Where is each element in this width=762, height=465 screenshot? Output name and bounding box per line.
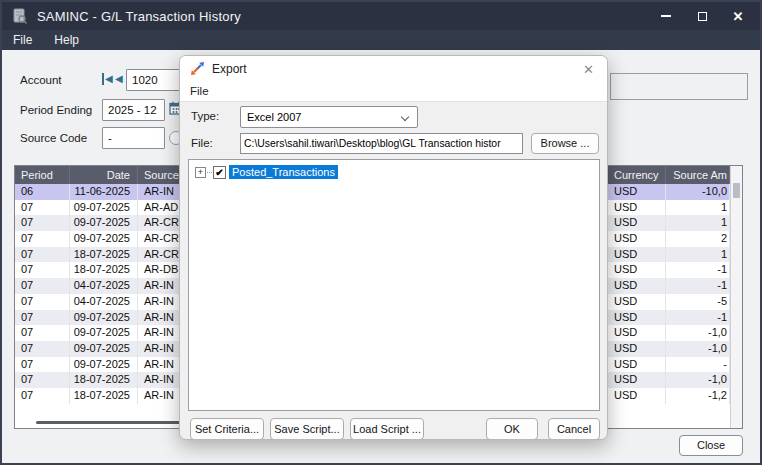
grid-cell: 09-07-2025 xyxy=(70,231,138,247)
source-code-field[interactable]: - xyxy=(102,127,165,149)
dialog-menubar: File xyxy=(180,81,607,102)
grid-cell: 18-07-2025 xyxy=(70,262,138,278)
set-criteria-button[interactable]: Set Criteria... xyxy=(190,418,264,440)
column-header-date[interactable]: Date xyxy=(70,166,138,184)
minimize-button[interactable] xyxy=(648,2,684,30)
export-icon xyxy=(190,61,205,76)
grid-cell: 09-07-2025 xyxy=(70,200,138,216)
grid-cell: 2 xyxy=(666,231,730,247)
grid-cell: USD xyxy=(608,310,666,326)
grid-cell: -1 xyxy=(666,310,730,326)
grid-cell: - xyxy=(666,357,730,373)
account-description-field xyxy=(610,73,748,100)
app-icon xyxy=(11,7,29,25)
export-type-select[interactable]: Excel 2007 xyxy=(240,106,418,128)
grid-cell: USD xyxy=(608,262,666,278)
nav-first-icon[interactable]: ◀ xyxy=(102,73,113,85)
grid-cell: 09-07-2025 xyxy=(70,215,138,231)
vertical-scrollbar[interactable] xyxy=(730,166,742,428)
cancel-button[interactable]: Cancel xyxy=(548,418,600,440)
grid-cell: 1 xyxy=(666,215,730,231)
grid-cell: 18-07-2025 xyxy=(70,388,138,404)
grid-cell: 1 xyxy=(666,247,730,263)
tree-node-row[interactable]: + ✔ Posted_Transactions xyxy=(195,165,338,179)
grid-cell: 09-07-2025 xyxy=(70,341,138,357)
grid-cell: 07 xyxy=(15,357,70,373)
grid-cell: 11-06-2025 xyxy=(70,184,138,200)
file-path-input[interactable]: C:\Users\sahil.tiwari\Desktop\blog\GL Tr… xyxy=(240,133,523,154)
export-dialog: Export ✕ File Type: Excel 2007 File: C:\… xyxy=(179,55,608,440)
grid-cell: 09-07-2025 xyxy=(70,357,138,373)
grid-cell: USD xyxy=(608,278,666,294)
file-label: File: xyxy=(191,137,213,149)
close-button[interactable]: Close xyxy=(679,435,743,456)
grid-cell: 09-07-2025 xyxy=(70,310,138,326)
account-field[interactable]: 1020 xyxy=(126,69,182,91)
save-script-button[interactable]: Save Script... xyxy=(270,418,344,440)
source-code-label: Source Code xyxy=(20,132,87,144)
grid-cell: 07 xyxy=(15,294,70,310)
grid-cell: -5 xyxy=(666,294,730,310)
grid-cell: USD xyxy=(608,215,666,231)
column-header-currency[interactable]: Currency xyxy=(608,166,666,184)
grid-cell: 07 xyxy=(15,310,70,326)
column-header-period[interactable]: Period xyxy=(15,166,70,184)
grid-cell: 07 xyxy=(15,388,70,404)
grid-cell: -1,0 xyxy=(666,325,730,341)
dialog-menu-file[interactable]: File xyxy=(180,85,219,97)
grid-cell: 07 xyxy=(15,278,70,294)
grid-cell: USD xyxy=(608,341,666,357)
type-label: Type: xyxy=(191,110,219,122)
grid-cell: USD xyxy=(608,247,666,263)
dialog-title: Export xyxy=(212,62,247,76)
grid-cell: 07 xyxy=(15,372,70,388)
grid-cell: 18-07-2025 xyxy=(70,247,138,263)
grid-cell: USD xyxy=(608,231,666,247)
grid-cell: USD xyxy=(608,388,666,404)
grid-cell: 07 xyxy=(15,325,70,341)
maximize-button[interactable] xyxy=(684,2,720,30)
grid-cell: -1 xyxy=(666,262,730,278)
dialog-close-icon[interactable]: ✕ xyxy=(583,62,594,77)
minimize-icon xyxy=(661,15,671,17)
grid-cell: USD xyxy=(608,184,666,200)
vertical-scrollbar-thumb[interactable] xyxy=(733,183,740,198)
chevron-down-icon xyxy=(401,113,409,121)
dialog-titlebar: Export ✕ xyxy=(180,56,607,81)
main-menubar: File Help xyxy=(2,30,760,50)
grid-cell: 18-07-2025 xyxy=(70,372,138,388)
grid-cell: USD xyxy=(608,200,666,216)
nav-prev-icon[interactable]: ◀ xyxy=(115,73,123,85)
grid-cell: 09-07-2025 xyxy=(70,325,138,341)
close-window-button[interactable]: ✕ xyxy=(720,2,756,30)
expand-icon[interactable]: + xyxy=(195,167,206,178)
period-ending-field[interactable]: 2025 - 12 xyxy=(102,99,165,121)
grid-cell: 07 xyxy=(15,215,70,231)
grid-cell: -1,0 xyxy=(666,341,730,357)
app-window: SAMINC - G/L Transaction History ✕ File … xyxy=(0,0,762,465)
browse-button[interactable]: Browse ... xyxy=(531,133,599,154)
grid-cell: 07 xyxy=(15,247,70,263)
grid-cell: USD xyxy=(608,325,666,341)
menu-help[interactable]: Help xyxy=(43,30,90,50)
grid-cell: USD xyxy=(608,294,666,310)
menu-file[interactable]: File xyxy=(2,30,43,50)
grid-cell: 06 xyxy=(15,184,70,200)
node-checkbox[interactable]: ✔ xyxy=(213,166,226,179)
load-script-button[interactable]: Load Script ... xyxy=(350,418,424,440)
grid-cell: USD xyxy=(608,357,666,373)
grid-cell: -1 xyxy=(666,278,730,294)
tree-connector xyxy=(207,172,212,173)
account-label: Account xyxy=(20,74,62,86)
grid-cell: -1,0 xyxy=(666,372,730,388)
column-header-source-amount[interactable]: Source Am xyxy=(666,166,730,184)
titlebar: SAMINC - G/L Transaction History ✕ xyxy=(2,2,760,30)
export-tree: + ✔ Posted_Transactions xyxy=(188,159,600,411)
export-type-value: Excel 2007 xyxy=(247,111,301,123)
ok-button[interactable]: OK xyxy=(486,418,538,440)
maximize-icon xyxy=(698,12,707,21)
grid-cell: 1 xyxy=(666,200,730,216)
grid-cell: 07 xyxy=(15,262,70,278)
grid-cell: 04-07-2025 xyxy=(70,278,138,294)
tree-node-label[interactable]: Posted_Transactions xyxy=(229,165,338,179)
